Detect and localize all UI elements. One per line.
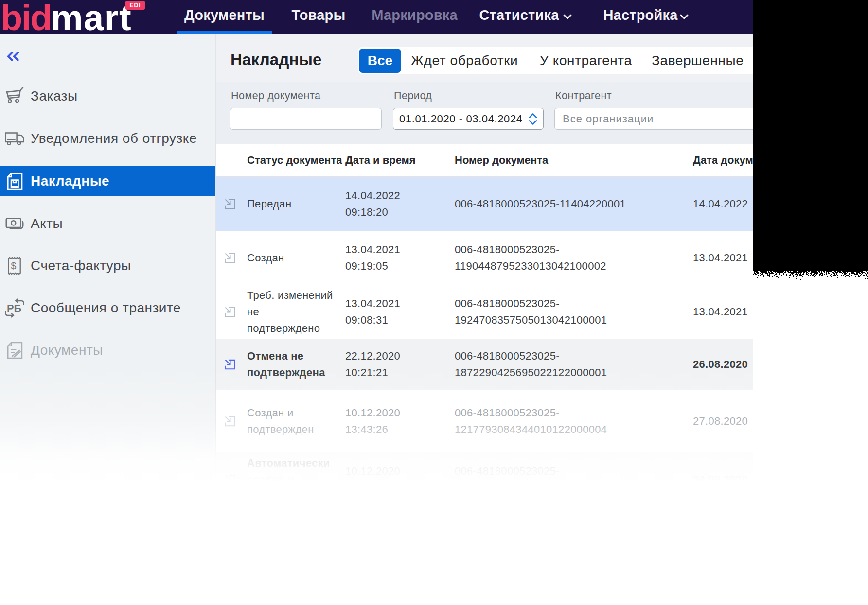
svg-text:РБ: РБ bbox=[7, 302, 21, 314]
svg-text:$: $ bbox=[11, 260, 17, 271]
